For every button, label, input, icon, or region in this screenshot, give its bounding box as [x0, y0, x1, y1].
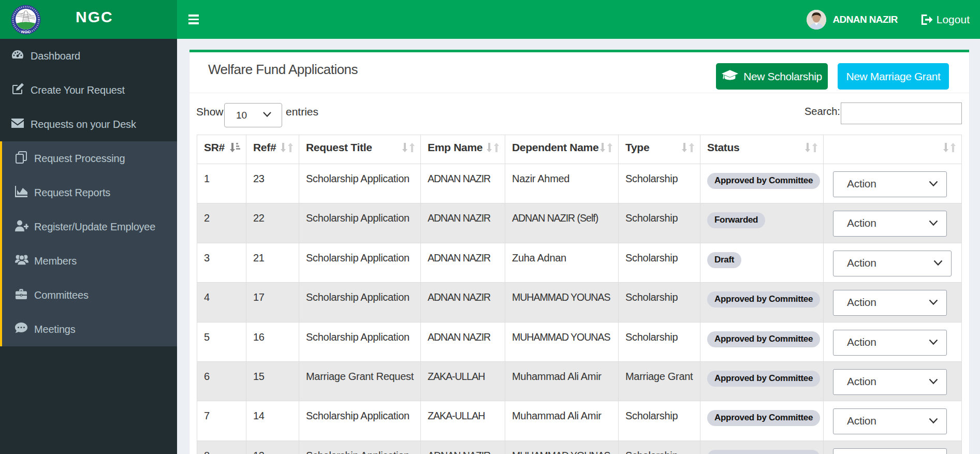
- svg-text:NGC: NGC: [21, 30, 31, 34]
